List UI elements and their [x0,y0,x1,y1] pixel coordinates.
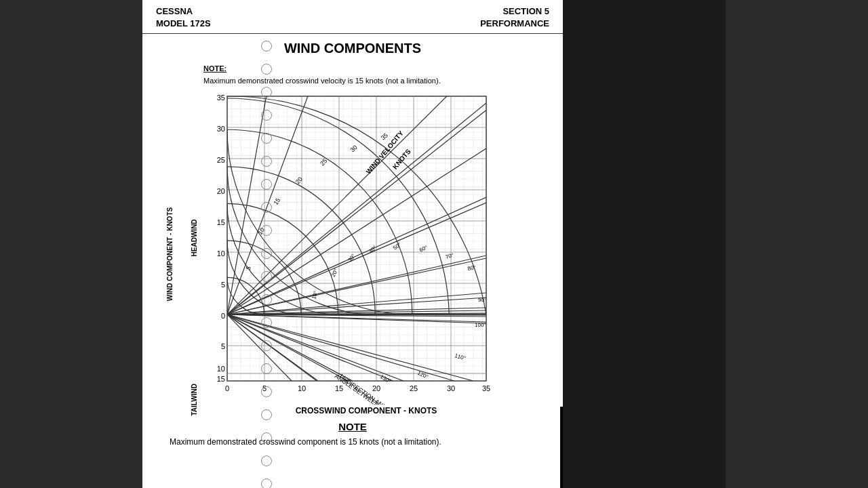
wind-chart: 35 30 25 20 15 10 5 0 5 10 15 [203,93,529,405]
dot-19 [261,455,272,466]
header-section: SECTION 5 [480,5,549,18]
vertical-bar [560,407,563,488]
svg-text:10: 10 [298,384,306,392]
right-panel [726,0,868,488]
svg-text:5: 5 [221,342,225,350]
svg-text:25: 25 [410,384,418,392]
dot-10 [261,248,272,259]
page-content: WIND COMPONENTS NOTE: Maximum demonstrat… [142,34,563,455]
bottom-note-title: NOTE [170,421,536,432]
header-model: MODEL 172S [156,18,211,30]
bottom-note-text: Maximum demonstrated crosswind component… [170,436,536,448]
headwind-label: HEADWIND [191,93,198,383]
dot-2 [261,64,272,75]
y-axis-labels: WIND COMPONENT - KNOTS HEADWIND TAILWIND [166,93,203,415]
main-title: WIND COMPONENTS [163,41,542,56]
page: CESSNA MODEL 172S SECTION 5 PERFORMANCE [142,0,563,488]
dot-7 [261,179,272,190]
header-cessna: CESSNA [156,5,211,18]
dot-17 [261,409,272,420]
dot-20 [261,479,272,488]
svg-text:20: 20 [217,187,225,195]
dot-14 [261,340,272,351]
svg-text:30: 30 [447,384,455,392]
svg-text:0: 0 [221,312,225,320]
header-right: SECTION 5 PERFORMANCE [480,5,549,30]
svg-text:35: 35 [217,94,225,102]
svg-text:25: 25 [217,156,225,164]
svg-text:20: 20 [372,384,380,392]
top-note: NOTE: Maximum demonstrated crosswind vel… [203,62,542,86]
headwind-tailwind-labels: HEADWIND TAILWIND [184,93,203,415]
header-left: CESSNA MODEL 172S [156,5,211,30]
tailwind-label: TAILWIND [191,384,198,416]
dot-8 [261,202,272,213]
svg-text:15: 15 [217,375,225,383]
svg-text:100°: 100° [475,322,486,328]
svg-text:35: 35 [482,384,490,392]
chart-svg-wrapper: 35 30 25 20 15 10 5 0 5 10 15 [203,93,529,415]
x-axis-label: CROSSWIND COMPONENT - KNOTS [203,406,529,415]
header-performance: PERFORMANCE [480,18,549,30]
dot-4 [261,110,272,121]
dot-16 [261,386,272,397]
dot-15 [261,363,272,374]
svg-text:15: 15 [217,218,225,226]
dot-12 [261,294,272,305]
page-header: CESSNA MODEL 172S SECTION 5 PERFORMANCE [142,0,563,34]
svg-text:15: 15 [335,384,343,392]
note-label: NOTE: [203,64,226,73]
svg-text:10: 10 [217,365,225,373]
note-text: Maximum demonstrated crosswind velocity … [203,77,441,85]
bottom-note: NOTE Maximum demonstrated crosswind comp… [163,421,542,448]
dot-13 [261,317,272,328]
svg-text:0: 0 [225,384,229,392]
svg-text:10: 10 [217,249,225,258]
dot-3 [261,87,272,98]
dot-5 [261,133,272,144]
dot-11 [261,271,272,282]
svg-text:90°: 90° [478,297,486,303]
dot-1 [261,41,272,52]
dot-6 [261,156,272,167]
y-axis-main-label: WIND COMPONENT - KNOTS [166,207,174,301]
dot-9 [261,225,272,236]
svg-text:5: 5 [221,281,225,289]
dot-18 [261,432,272,443]
left-panel [0,0,142,488]
svg-text:30: 30 [217,125,225,133]
chart-container: WIND COMPONENT - KNOTS HEADWIND TAILWIND [166,93,542,415]
sidebar-dots [261,41,272,488]
